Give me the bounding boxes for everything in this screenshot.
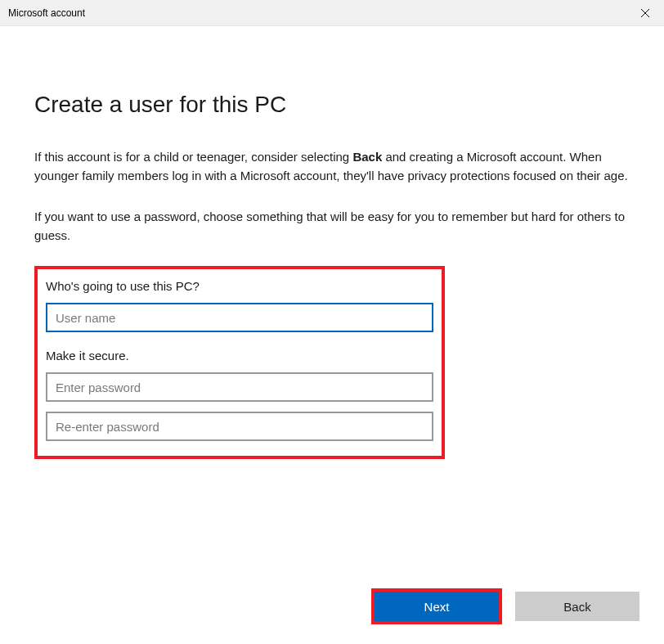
desc1-bold: Back bbox=[352, 150, 382, 164]
password-input[interactable] bbox=[46, 372, 433, 402]
close-button[interactable] bbox=[626, 0, 664, 26]
description-password-hint: If you want to use a password, choose so… bbox=[34, 207, 630, 245]
username-input[interactable] bbox=[46, 303, 433, 332]
desc1-part-a: If this account is for a child or teenag… bbox=[34, 150, 352, 164]
button-bar: Next Back bbox=[371, 588, 639, 624]
form-section-highlight: Who's going to use this PC? Make it secu… bbox=[34, 266, 445, 459]
window-title: Microsoft account bbox=[8, 7, 85, 19]
who-label: Who's going to use this PC? bbox=[46, 279, 433, 293]
page-title: Create a user for this PC bbox=[34, 92, 630, 118]
window-titlebar: Microsoft account bbox=[0, 0, 664, 26]
next-button[interactable]: Next bbox=[375, 592, 499, 621]
back-button[interactable]: Back bbox=[515, 592, 639, 621]
description-child-account: If this account is for a child or teenag… bbox=[34, 147, 630, 186]
next-button-highlight: Next bbox=[371, 588, 502, 624]
close-icon bbox=[641, 9, 649, 17]
dialog-content: Create a user for this PC If this accoun… bbox=[0, 26, 664, 459]
password-confirm-input[interactable] bbox=[46, 412, 433, 441]
secure-label: Make it secure. bbox=[46, 349, 433, 363]
